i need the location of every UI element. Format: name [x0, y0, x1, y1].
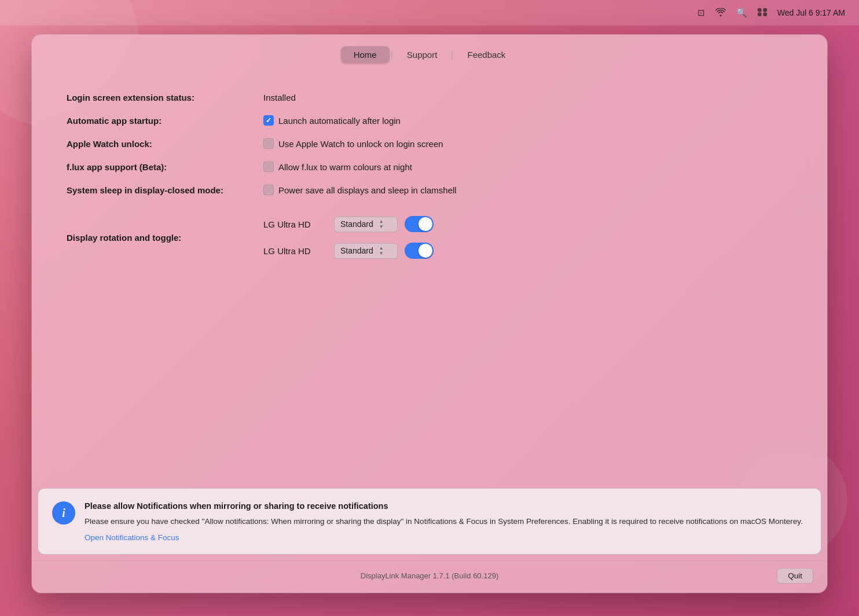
sleep-checkbox-container[interactable]: Power save all displays and sleep in cla… [263, 185, 457, 195]
display-2-rotation-select[interactable]: Standard ▲ ▼ [334, 243, 398, 259]
display-rotation-label: Display rotation and toggle: [67, 201, 263, 273]
info-icon: i [52, 501, 75, 525]
display-1-toggle[interactable] [405, 216, 434, 232]
svg-rect-3 [763, 12, 767, 16]
auto-startup-checkbox-label: Launch automatically after login [278, 116, 401, 126]
display-1-rotation-value: Standard [340, 219, 373, 229]
login-screen-status: Installed [263, 93, 296, 102]
info-icon-letter: i [62, 507, 65, 520]
tab-feedback[interactable]: Feedback [455, 46, 519, 63]
flux-checkbox-container[interactable]: Allow f.lux to warm colours at night [263, 162, 412, 172]
flux-checkbox[interactable] [263, 162, 274, 172]
footer: DisplayLink Manager 1.7.1 (Build 60.129)… [32, 560, 827, 593]
svg-rect-1 [763, 8, 767, 12]
apple-watch-checkbox-container[interactable]: Use Apple Watch to unlock on login scree… [263, 138, 443, 149]
apple-watch-checkbox[interactable] [263, 138, 274, 149]
apple-watch-value: Use Apple Watch to unlock on login scree… [263, 132, 792, 155]
auto-startup-value: Launch automatically after login [263, 109, 792, 132]
quit-button[interactable]: Quit [777, 568, 813, 584]
apple-watch-checkbox-label: Use Apple Watch to unlock on login scree… [278, 139, 443, 149]
flux-label: f.lux app support (Beta): [67, 155, 263, 178]
display-row-1: LG Ultra HD Standard ▲ ▼ [263, 212, 434, 236]
login-screen-label: Login screen extension status: [67, 86, 263, 109]
footer-version: DisplayLink Manager 1.7.1 (Build 60.129) [361, 571, 498, 580]
display-2-name: LG Ultra HD [263, 246, 327, 256]
display-icon: ⊡ [698, 8, 705, 18]
select-arrows-1: ▲ ▼ [379, 219, 384, 229]
sleep-value: Power save all displays and sleep in cla… [263, 178, 792, 201]
display-row-2: LG Ultra HD Standard ▲ ▼ [263, 239, 434, 262]
wifi-icon [715, 8, 726, 18]
notification-content: Please allow Notifications when mirrorin… [85, 500, 807, 542]
chevron-up-icon: ▲ [379, 246, 384, 251]
display-1-name: LG Ultra HD [263, 219, 327, 229]
svg-rect-0 [758, 8, 762, 12]
chevron-down-icon: ▼ [379, 225, 384, 229]
tab-support[interactable]: Support [394, 46, 450, 63]
flux-checkbox-label: Allow f.lux to warm colours at night [278, 162, 412, 172]
select-arrows-2: ▲ ▼ [379, 246, 384, 256]
auto-startup-checkbox-container[interactable]: Launch automatically after login [263, 115, 401, 126]
tab-bar: Home | Support | Feedback [32, 35, 827, 69]
tab-home[interactable]: Home [341, 46, 390, 63]
sleep-checkbox[interactable] [263, 185, 274, 195]
display-2-rotation-value: Standard [340, 246, 373, 255]
tab-separator-2: | [451, 50, 453, 60]
apple-watch-label: Apple Watch unlock: [67, 132, 263, 155]
flux-value: Allow f.lux to warm colours at night [263, 155, 792, 178]
auto-startup-checkbox[interactable] [263, 115, 274, 126]
app-window: Home | Support | Feedback Login screen e… [32, 35, 827, 593]
login-screen-value: Installed [263, 86, 792, 109]
display-1-rotation-select[interactable]: Standard ▲ ▼ [334, 217, 398, 232]
display-2-toggle[interactable] [405, 243, 434, 259]
menubar-time: Wed Jul 6 9:17 AM [777, 8, 845, 17]
notification-title: Please allow Notifications when mirrorin… [85, 500, 807, 512]
tab-separator-1: | [391, 50, 393, 60]
sleep-checkbox-label: Power save all displays and sleep in cla… [278, 185, 457, 195]
notification-link[interactable]: Open Notifications & Focus [85, 533, 179, 542]
control-center-icon[interactable] [758, 8, 767, 18]
notification-body: Please ensure you have checked "Allow no… [85, 516, 807, 527]
auto-startup-label: Automatic app startup: [67, 109, 263, 132]
chevron-up-icon: ▲ [379, 219, 384, 224]
menubar: ⊡ 🔍 Wed Jul 6 9:17 AM [0, 0, 859, 25]
search-icon[interactable]: 🔍 [736, 8, 747, 18]
chevron-down-icon: ▼ [379, 251, 384, 256]
display-rotation-value: LG Ultra HD Standard ▲ ▼ LG Ultra HD [263, 201, 792, 273]
notification-box: i Please allow Notifications when mirror… [38, 488, 821, 555]
content-area: Login screen extension status: Installed… [32, 69, 827, 476]
settings-grid: Login screen extension status: Installed… [67, 86, 792, 273]
display-rotation-list: LG Ultra HD Standard ▲ ▼ LG Ultra HD [263, 208, 434, 267]
svg-rect-2 [758, 12, 762, 16]
menubar-icons: ⊡ 🔍 Wed Jul 6 9:17 AM [698, 8, 845, 18]
sleep-label: System sleep in display-closed mode: [67, 178, 263, 201]
